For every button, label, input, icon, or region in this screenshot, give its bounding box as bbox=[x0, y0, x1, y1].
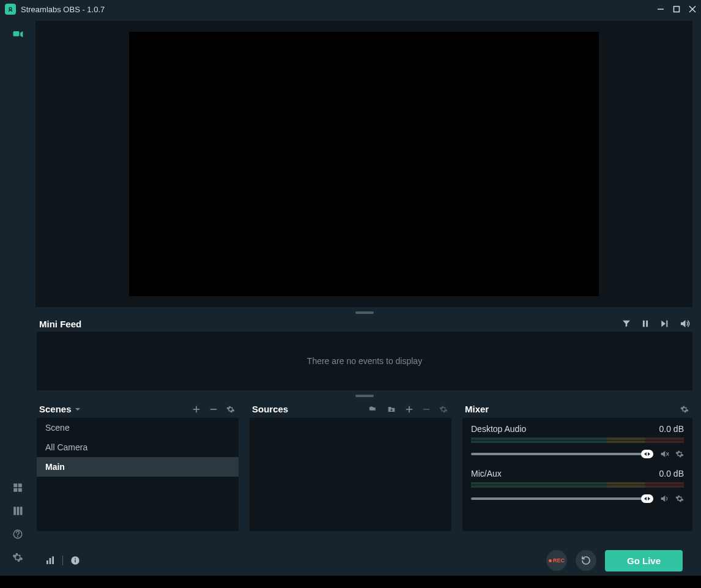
svg-rect-15 bbox=[643, 321, 645, 327]
channel-gear-icon[interactable] bbox=[675, 494, 684, 503]
mixer-title: Mixer bbox=[465, 404, 489, 414]
drag-handle[interactable] bbox=[35, 311, 694, 314]
record-button[interactable]: REC bbox=[546, 550, 567, 571]
svg-rect-5 bbox=[13, 31, 20, 36]
svg-rect-16 bbox=[646, 321, 648, 327]
mixer-db: 0.0 dB bbox=[659, 469, 684, 478]
svg-point-14 bbox=[18, 536, 18, 537]
skip-icon[interactable] bbox=[659, 319, 669, 329]
scene-item[interactable]: Scene bbox=[37, 418, 239, 437]
mixer-channel-name: Mic/Aux bbox=[471, 469, 502, 478]
webcam-source-icon[interactable] bbox=[367, 405, 378, 414]
remove-scene-icon[interactable] bbox=[209, 405, 218, 414]
app-icon bbox=[5, 4, 16, 15]
mixer-db: 0.0 dB bbox=[659, 424, 684, 434]
divider bbox=[62, 556, 63, 565]
svg-rect-31 bbox=[52, 556, 54, 564]
sources-title: Sources bbox=[252, 404, 288, 414]
maximize-icon[interactable] bbox=[673, 6, 680, 13]
minimize-icon[interactable] bbox=[657, 6, 664, 13]
scenes-list: SceneAll CameraMain bbox=[37, 418, 239, 531]
svg-rect-8 bbox=[13, 488, 17, 492]
svg-rect-21 bbox=[369, 407, 373, 410]
svg-point-34 bbox=[75, 558, 76, 559]
mixer-list: Desktop Audio0.0 dBMic/Aux0.0 dB bbox=[462, 418, 692, 531]
filter-icon[interactable] bbox=[621, 319, 631, 329]
minifeed-body: There are no events to display bbox=[37, 332, 692, 390]
layout-icon[interactable] bbox=[12, 505, 24, 517]
dashboard-icon[interactable] bbox=[12, 482, 24, 494]
source-settings-icon[interactable] bbox=[439, 405, 448, 414]
volume-slider[interactable] bbox=[471, 497, 653, 500]
add-scene-icon[interactable] bbox=[192, 405, 201, 414]
mute-icon[interactable] bbox=[659, 494, 669, 504]
svg-rect-29 bbox=[46, 560, 48, 564]
mixer-channel-name: Desktop Audio bbox=[471, 424, 526, 434]
channel-gear-icon[interactable] bbox=[675, 450, 684, 458]
svg-rect-2 bbox=[674, 7, 680, 12]
svg-rect-7 bbox=[18, 483, 22, 487]
scene-settings-icon[interactable] bbox=[226, 405, 235, 414]
mixer-item: Mic/Aux0.0 dB bbox=[462, 463, 692, 507]
info-icon[interactable] bbox=[70, 556, 80, 565]
stats-icon[interactable] bbox=[45, 556, 55, 565]
mixer-settings-icon[interactable] bbox=[680, 405, 689, 414]
titlebar: Streamlabs OBS - 1.0.7 bbox=[0, 0, 701, 18]
help-icon[interactable] bbox=[12, 528, 24, 540]
audio-meter bbox=[471, 441, 684, 443]
mute-icon[interactable] bbox=[659, 449, 669, 459]
svg-point-0 bbox=[9, 7, 12, 10]
preview-canvas bbox=[129, 32, 599, 296]
audio-meter bbox=[471, 485, 684, 488]
svg-rect-6 bbox=[13, 483, 17, 487]
svg-rect-12 bbox=[20, 507, 23, 515]
slider-thumb[interactable] bbox=[641, 450, 653, 458]
svg-rect-9 bbox=[18, 488, 22, 492]
chevron-down-icon bbox=[75, 408, 80, 411]
replay-button[interactable] bbox=[576, 550, 596, 571]
minifeed-title: Mini Feed bbox=[39, 319, 81, 329]
drag-handle-2[interactable] bbox=[35, 394, 694, 398]
audio-meter bbox=[471, 482, 684, 485]
scenes-title[interactable]: Scenes bbox=[39, 404, 80, 414]
settings-icon[interactable] bbox=[12, 551, 24, 564]
minifeed-empty: There are no events to display bbox=[307, 356, 422, 366]
scene-item[interactable]: Main bbox=[37, 457, 239, 477]
editor-icon[interactable] bbox=[12, 28, 24, 40]
slider-thumb[interactable] bbox=[641, 494, 653, 503]
mixer-item: Desktop Audio0.0 dB bbox=[462, 418, 692, 463]
svg-rect-17 bbox=[666, 321, 667, 327]
volume-slider[interactable] bbox=[471, 453, 653, 455]
svg-rect-11 bbox=[17, 507, 20, 515]
remove-source-icon[interactable] bbox=[422, 405, 431, 414]
add-folder-icon[interactable] bbox=[387, 405, 396, 414]
svg-rect-10 bbox=[13, 507, 16, 515]
footer: REC Go Live bbox=[35, 545, 694, 576]
pause-icon[interactable] bbox=[641, 319, 650, 328]
sources-list bbox=[250, 418, 451, 531]
sidebar bbox=[0, 18, 35, 576]
svg-rect-30 bbox=[50, 558, 51, 564]
close-icon[interactable] bbox=[689, 6, 696, 13]
scene-item[interactable]: All Camera bbox=[37, 437, 239, 457]
volume-icon[interactable] bbox=[679, 318, 690, 329]
audio-meter bbox=[471, 437, 684, 440]
preview-area[interactable] bbox=[35, 21, 692, 307]
go-live-button[interactable]: Go Live bbox=[605, 550, 683, 571]
svg-rect-33 bbox=[75, 560, 75, 563]
app-title: Streamlabs OBS - 1.0.7 bbox=[21, 5, 105, 14]
add-source-icon[interactable] bbox=[405, 405, 414, 414]
